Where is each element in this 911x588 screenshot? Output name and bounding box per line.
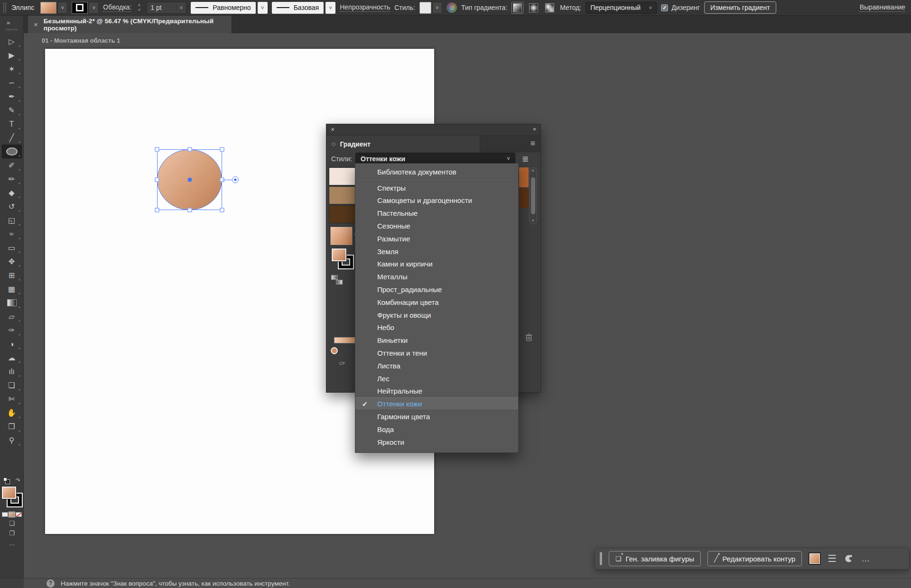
free-transform-tool[interactable]: ▭ xyxy=(2,241,22,255)
eyedropper-icon[interactable]: ✑ xyxy=(338,358,346,369)
scrollbar-thumb[interactable] xyxy=(531,177,535,214)
width-tool[interactable]: ≈ xyxy=(2,227,22,241)
fill-color-swatch[interactable] xyxy=(40,2,56,14)
swap-fill-stroke-icon[interactable]: ↷ xyxy=(16,477,20,484)
column-graph-tool[interactable]: ılı xyxy=(2,365,22,378)
taskbar-properties-icon[interactable]: ☰ xyxy=(827,553,837,564)
eraser-tool[interactable]: ◆ xyxy=(2,186,22,200)
symbol-sprayer-tool[interactable]: ☁ xyxy=(2,351,22,365)
shaper-tool[interactable]: ✏ xyxy=(2,172,22,186)
gradient-preview-swatch[interactable] xyxy=(330,227,353,245)
document-tab[interactable]: × Безымянный-2* @ 56.47 % (CMYK/Предвари… xyxy=(28,16,232,33)
rotate-tool[interactable]: ↺ xyxy=(2,200,22,213)
help-question-icon[interactable]: ? xyxy=(46,579,55,588)
gradient-panel-tab[interactable]: ◇ Градиент xyxy=(326,136,480,152)
brush-select[interactable]: Базовая xyxy=(272,2,324,14)
list-view-icon[interactable]: ≣ xyxy=(522,154,529,164)
graphic-style-swatch[interactable] xyxy=(419,2,431,14)
gradient-library-option[interactable]: Земля xyxy=(355,245,518,258)
resize-handle[interactable] xyxy=(187,208,192,212)
panel-collapse-icon[interactable]: « xyxy=(533,126,536,132)
gradient-slider[interactable] xyxy=(334,337,355,343)
gradient-library-option[interactable]: Виньетки xyxy=(355,334,518,347)
linear-gradient-button[interactable] xyxy=(511,2,523,14)
gradient-library-option[interactable]: Пастельные xyxy=(355,207,518,220)
taskbar-fill-swatch[interactable] xyxy=(809,552,821,565)
toolbar-grip[interactable] xyxy=(6,28,18,31)
lasso-tool[interactable]: ∽ xyxy=(2,76,22,90)
gradient-library-option[interactable]: Библиотека документов xyxy=(355,166,518,179)
freeform-gradient-button[interactable] xyxy=(544,2,556,14)
type-tool[interactable]: T xyxy=(2,117,22,131)
artboard-label[interactable]: 01 - Монтажная область 1 xyxy=(42,37,120,44)
gradient-swatch[interactable] xyxy=(519,167,529,187)
gradient-library-option[interactable]: Гармонии цвета xyxy=(355,410,518,423)
screen-mode-icon[interactable]: ❐ xyxy=(0,530,24,537)
taskbar-drag-handle[interactable] xyxy=(600,552,602,565)
panel-menu-icon[interactable]: ≡ xyxy=(530,139,535,148)
control-bar-grip[interactable] xyxy=(3,2,7,13)
gradient-library-option[interactable]: Оттенки и тени xyxy=(355,347,518,359)
align-link[interactable]: Выравнивание xyxy=(860,3,905,12)
gradient-swatch[interactable] xyxy=(519,188,529,208)
expand-toolbar-icon[interactable]: » xyxy=(0,19,23,26)
stroke-weight-select[interactable]: 1 pt ˅ xyxy=(147,2,186,14)
object-center-point[interactable] xyxy=(187,178,192,182)
reverse-gradient-icon[interactable] xyxy=(331,275,347,285)
gradient-library-option[interactable]: Самоцветы и драгоценности xyxy=(355,194,518,207)
gradient-mode-button[interactable] xyxy=(9,512,15,517)
line-segment-tool[interactable]: ╱ xyxy=(2,131,22,145)
width-profile-select[interactable]: Равномерно xyxy=(191,2,255,14)
gesture-icon[interactable] xyxy=(843,553,855,564)
slice-tool[interactable]: ✄ xyxy=(2,392,22,406)
scroll-down-icon[interactable]: ˅ xyxy=(532,219,534,223)
puppet-warp-tool[interactable]: ✥ xyxy=(2,255,22,268)
gradient-library-option[interactable]: Камни и кирпичи xyxy=(355,258,518,271)
resize-handle[interactable] xyxy=(155,208,159,212)
scroll-up-icon[interactable]: ˄ xyxy=(532,169,534,173)
gradient-library-option[interactable]: Комбинации цвета xyxy=(355,296,518,309)
fill-proxy-swatch[interactable] xyxy=(2,487,16,499)
magic-wand-tool[interactable]: ✶ xyxy=(2,62,22,76)
drawing-modes-icon[interactable]: ❑ xyxy=(0,520,24,527)
stroke-link[interactable]: Обводка: xyxy=(103,3,131,12)
perspective-grid-tool[interactable]: ⊞ xyxy=(2,268,22,282)
blend-tool[interactable]: ◑ xyxy=(2,337,22,351)
direct-selection-tool[interactable]: ▶ xyxy=(2,48,22,62)
default-fill-stroke-icon[interactable] xyxy=(3,478,9,484)
edit-gradient-button[interactable]: Изменить градиент xyxy=(704,1,776,14)
curvature-tool[interactable]: ✎ xyxy=(2,103,22,117)
hand-tool[interactable]: ✋ xyxy=(2,406,22,420)
none-mode-button[interactable] xyxy=(16,512,22,517)
edit-path-button[interactable]: ╱✦ Редактировать контур xyxy=(707,551,802,566)
panel-close-icon[interactable]: × xyxy=(331,126,335,133)
gradient-tool[interactable] xyxy=(2,296,22,310)
gradient-library-option[interactable]: Размытие xyxy=(355,232,518,245)
gradient-library-option[interactable]: Нейтральные xyxy=(355,385,518,398)
recolor-artwork-icon[interactable] xyxy=(446,2,457,13)
dithering-checkbox[interactable]: ✓ xyxy=(661,4,668,11)
gradient-library-option[interactable]: ✓ Оттенки кожи xyxy=(355,397,518,410)
mesh-tool[interactable]: ▦ xyxy=(2,282,22,296)
gradient-library-option[interactable]: Вода xyxy=(355,423,518,436)
gradient-swatch[interactable] xyxy=(329,186,355,204)
resize-handle[interactable] xyxy=(187,147,192,152)
more-tools-icon[interactable]: … xyxy=(0,540,24,547)
gradient-library-option[interactable]: Прост_радиальные xyxy=(355,283,518,296)
gradient-library-option[interactable]: Яркости xyxy=(355,436,518,449)
shear-tool[interactable]: ▱ xyxy=(2,310,22,323)
color-mode-button[interactable] xyxy=(2,512,8,517)
gradient-library-option[interactable]: Металлы xyxy=(355,270,518,283)
graphic-style-dropdown[interactable]: ˅ xyxy=(432,2,442,14)
stroke-color-dropdown[interactable]: ˅ xyxy=(89,2,99,14)
gradient-swatch[interactable] xyxy=(329,205,355,223)
gradient-library-option[interactable]: Небо xyxy=(355,322,518,334)
gradient-library-option[interactable]: Фрукты и овощи xyxy=(355,309,518,322)
resize-handle[interactable] xyxy=(155,147,159,152)
gradient-library-option[interactable]: Спектры xyxy=(355,182,518,194)
pen-tool[interactable]: ✒ xyxy=(2,90,22,103)
gradient-swatch[interactable] xyxy=(329,167,355,185)
scale-tool[interactable]: ◱ xyxy=(2,213,22,227)
radial-gradient-button[interactable] xyxy=(528,2,539,14)
gradient-library-option[interactable]: Листва xyxy=(355,359,518,372)
